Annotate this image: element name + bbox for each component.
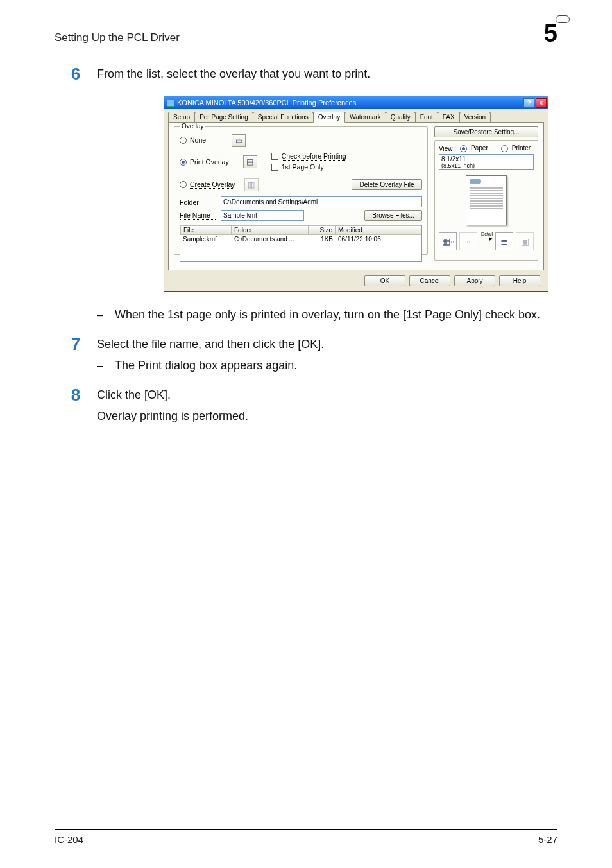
cell-modified: 06/11/22 10:06 bbox=[336, 235, 421, 243]
tab-setup[interactable]: Setup bbox=[168, 112, 195, 123]
tab-quality[interactable]: Quality bbox=[386, 112, 416, 123]
detail-label: Detail ▶ bbox=[480, 232, 493, 250]
radio-view-paper-icon[interactable] bbox=[460, 145, 467, 152]
radio-create-icon bbox=[180, 181, 187, 188]
dash-2: – bbox=[97, 357, 103, 374]
finisher-icon-3[interactable]: ≣ bbox=[495, 232, 513, 250]
first-page-icon bbox=[271, 164, 278, 171]
step-8-number: 8 bbox=[55, 385, 97, 405]
view-label: View : bbox=[439, 145, 456, 152]
col-folder[interactable]: Folder bbox=[232, 225, 309, 235]
radio-view-paper-label: Paper bbox=[471, 144, 488, 152]
radio-view-printer-label: Printer bbox=[512, 144, 531, 152]
tab-per-page[interactable]: Per Page Setting bbox=[194, 112, 253, 123]
radio-none-icon bbox=[180, 137, 187, 144]
radio-print-overlay[interactable]: Print Overlay bbox=[180, 158, 229, 166]
col-modified[interactable]: Modified bbox=[336, 225, 421, 235]
step-6-text: From the list, select the overlay that y… bbox=[97, 64, 557, 82]
filename-input[interactable]: Sample.kmf bbox=[221, 210, 304, 221]
printing-preferences-dialog: KONICA MINOLTA 500/420/360PCL Printing P… bbox=[164, 96, 548, 292]
first-page-only[interactable]: 1st Page Only bbox=[271, 163, 346, 171]
step-8-text: Click the [OK]. bbox=[97, 385, 557, 403]
cell-folder: C:\Documents and ... bbox=[232, 235, 309, 243]
radio-none-label: None bbox=[190, 136, 206, 144]
tab-font[interactable]: Font bbox=[415, 112, 438, 123]
page-header: Setting Up the PCL Driver 5 bbox=[55, 22, 557, 46]
cell-size: 1KB bbox=[309, 235, 336, 243]
check-before-icon bbox=[271, 153, 278, 160]
print-page-icon[interactable]: ▤ bbox=[243, 155, 257, 168]
step-7-sub-text: The Print dialog box appears again. bbox=[115, 357, 557, 374]
apply-button[interactable]: Apply bbox=[454, 275, 495, 286]
create-page-icon: ▥ bbox=[244, 178, 259, 191]
dialog-titlebar: KONICA MINOLTA 500/420/360PCL Printing P… bbox=[164, 96, 548, 109]
cell-file: Sample.kmf bbox=[180, 235, 232, 243]
browse-files-button[interactable]: Browse Files... bbox=[364, 210, 422, 221]
cancel-button[interactable]: Cancel bbox=[409, 275, 450, 286]
paper-size-value: 8 1/2x11 bbox=[441, 155, 531, 162]
titlebar-help-button[interactable]: ? bbox=[523, 98, 534, 108]
help-button[interactable]: Help bbox=[499, 275, 540, 286]
dialog-title: KONICA MINOLTA 500/420/360PCL Printing P… bbox=[177, 99, 356, 107]
app-icon bbox=[167, 99, 174, 107]
delete-overlay-button[interactable]: Delete Overlay File bbox=[352, 179, 422, 190]
step-7: 7 Select the file name, and then click t… bbox=[55, 334, 557, 354]
step-6-number: 6 bbox=[55, 64, 97, 84]
paper-preview bbox=[439, 173, 534, 228]
tab-overlay[interactable]: Overlay bbox=[313, 112, 345, 123]
tab-fax[interactable]: FAX bbox=[438, 112, 460, 123]
dash-1: – bbox=[97, 306, 103, 323]
device-indicator bbox=[556, 15, 570, 23]
titlebar-close-button[interactable]: × bbox=[536, 98, 547, 108]
radio-print-icon bbox=[180, 159, 187, 166]
tab-version[interactable]: Version bbox=[459, 112, 491, 123]
radio-view-printer-icon[interactable] bbox=[501, 145, 508, 152]
footer-right: 5-27 bbox=[538, 834, 557, 845]
footer-left: IC-204 bbox=[55, 834, 83, 845]
folder-input[interactable]: C:\Documents and Settings\Admi bbox=[221, 196, 422, 207]
file-list[interactable]: File Folder Size Modified Sample.kmf C:\… bbox=[180, 225, 422, 262]
col-size[interactable]: Size bbox=[309, 225, 336, 235]
step-7-text: Select the file name, and then click the… bbox=[97, 334, 557, 352]
radio-create-label: Create Overlay bbox=[190, 180, 235, 189]
tab-special[interactable]: Special Functions bbox=[253, 112, 314, 123]
paper-sheet-icon bbox=[466, 175, 507, 225]
check-before-label: Check before Printing bbox=[282, 152, 346, 161]
overlay-panel: Overlay None ▭ bbox=[168, 122, 544, 270]
file-list-header: File Folder Size Modified bbox=[180, 225, 421, 235]
finisher-icon-4: ▣ bbox=[516, 232, 534, 250]
step-7-sub: – The Print dialog box appears again. bbox=[97, 357, 557, 374]
finisher-icon-1[interactable]: ▦▫ bbox=[439, 232, 457, 250]
col-file[interactable]: File bbox=[180, 225, 232, 235]
radio-create-overlay[interactable]: Create Overlay bbox=[180, 180, 235, 189]
radio-none[interactable]: None bbox=[180, 136, 206, 144]
first-page-label: 1st Page Only bbox=[282, 163, 324, 171]
radio-print-label: Print Overlay bbox=[190, 158, 229, 166]
step-6: 6 From the list, select the overlay that… bbox=[55, 64, 557, 84]
step-8-sub: Overlay printing is performed. bbox=[97, 408, 557, 424]
paper-size-combo[interactable]: 8 1/2x11 (8.5x11 inch) bbox=[439, 154, 534, 170]
chapter-number: 5 bbox=[544, 22, 557, 44]
overlay-group-title: Overlay bbox=[180, 123, 205, 130]
step-6-sub: – When the 1st page only is printed in o… bbox=[97, 306, 557, 323]
tab-strip: Setup Per Page Setting Special Functions… bbox=[168, 112, 544, 123]
folder-label: Folder bbox=[180, 198, 216, 206]
paper-size-inch: (8.5x11 inch) bbox=[441, 162, 531, 169]
filename-label: File Name bbox=[180, 211, 216, 220]
ok-button[interactable]: OK bbox=[364, 275, 405, 286]
step-7-number: 7 bbox=[55, 334, 97, 354]
finisher-icon-2: ▫ bbox=[459, 232, 477, 250]
file-list-row[interactable]: Sample.kmf C:\Documents and ... 1KB 06/1… bbox=[180, 235, 421, 243]
save-restore-button[interactable]: Save/Restore Setting... bbox=[434, 126, 538, 137]
page-footer: IC-204 5-27 bbox=[55, 829, 557, 845]
step-8-sub-text: Overlay printing is performed. bbox=[97, 410, 248, 422]
step-6-sub-text: When the 1st page only is printed in ove… bbox=[115, 306, 557, 323]
dialog-button-row: OK Cancel Apply Help bbox=[168, 270, 544, 286]
none-page-icon[interactable]: ▭ bbox=[232, 134, 246, 147]
step-8: 8 Click the [OK]. bbox=[55, 385, 557, 405]
header-title: Setting Up the PCL Driver bbox=[55, 31, 180, 44]
tab-watermark[interactable]: Watermark bbox=[344, 112, 386, 123]
dialog-screenshot: KONICA MINOLTA 500/420/360PCL Printing P… bbox=[164, 96, 557, 292]
check-before-printing[interactable]: Check before Printing bbox=[271, 152, 346, 161]
